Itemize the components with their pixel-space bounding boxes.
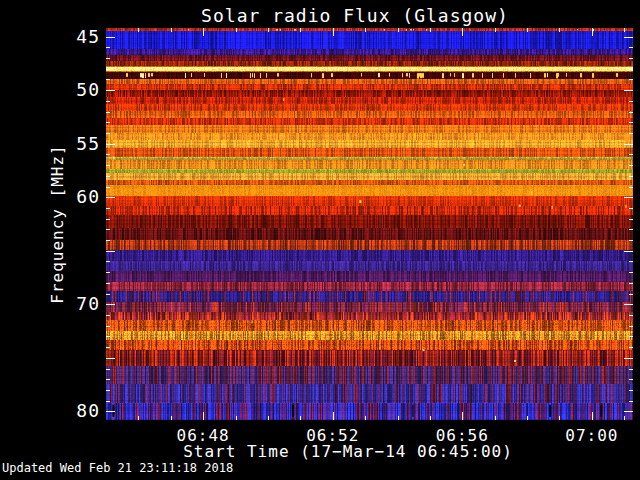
- x-tick-label: 06:52: [293, 426, 373, 445]
- x-tick-label: 07:00: [552, 426, 632, 445]
- spectrogram-canvas: [106, 28, 633, 420]
- y-tick-label: 50: [54, 79, 100, 100]
- y-tick-label: 45: [54, 26, 100, 47]
- solar-radio-flux-figure: Solar radio Flux (Glasgow) Frequency [MH…: [0, 0, 640, 480]
- updated-timestamp: Updated Wed Feb 21 23:11:18 2018: [2, 461, 233, 475]
- y-tick-label: 80: [54, 400, 100, 421]
- plot-title: Solar radio Flux (Glasgow): [201, 5, 509, 26]
- y-tick-label: 70: [54, 293, 100, 314]
- y-axis-title: Frequency [MHz]: [48, 144, 67, 304]
- y-tick-label: 60: [54, 186, 100, 207]
- x-tick-label: 06:48: [163, 426, 243, 445]
- y-tick-label: 55: [54, 133, 100, 154]
- x-tick-label: 06:56: [422, 426, 502, 445]
